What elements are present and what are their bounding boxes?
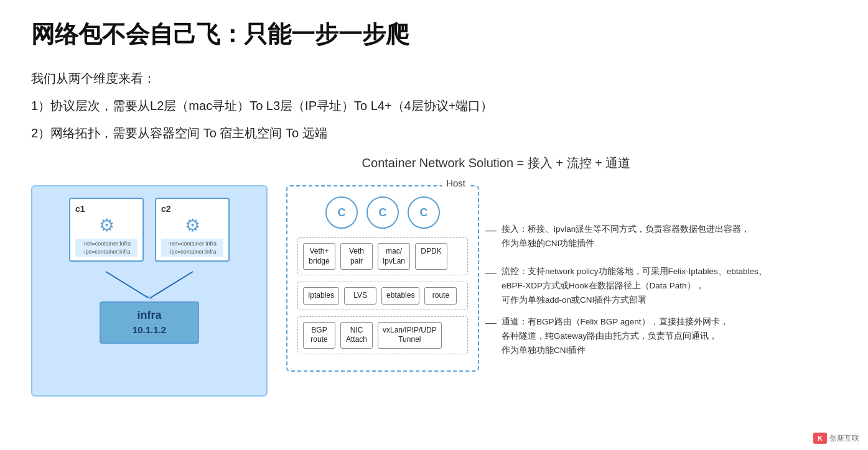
formula-text: Container Network Solution = 接入 + 流控 + 通… [156,155,837,172]
intro-text: 我们从两个维度来看： [31,68,837,89]
c-circle-1: C [325,196,358,229]
gear-icon-c2: ⚙ [185,215,200,236]
watermark: K 创新互联 [813,433,859,444]
spacer-2 [485,251,767,265]
cell-lvs: LVS [344,287,376,305]
description-block: 我们从两个维度来看： 1）协议层次，需要从L2层（mac寻址）To L3层（IP… [31,68,837,144]
c-circles: C C C [297,196,468,229]
cell-vxlan-tunnel: vxLan/IPIP/UDPTunnel [378,322,442,349]
c1-net-info: -net=container:infra-ipc=container:infra [75,239,138,257]
svg-line-0 [106,272,148,298]
arrow-icon-access: — [485,224,497,237]
arrow-icon-tunnel: — [485,316,497,329]
page-title: 网络包不会自己飞：只能一步一步爬 [31,19,837,50]
point2-text: 2）网络拓扑，需要从容器空间 To 宿主机空间 To 远端 [31,122,837,144]
layer-tunnel-row: BGProute NICAttach vxLan/IPIP/UDPTunnel [303,322,462,349]
infra-label: infra [107,309,192,322]
layer-flowcontrol: Iptables LVS ebtables route [297,282,468,310]
container-c2: c2 ⚙ -net=container:infra-ipc=container:… [155,198,230,262]
gear-icon-c1: ⚙ [99,215,114,236]
host-label: Host [442,178,469,188]
spacer-1 [485,185,767,223]
infra-box: infra 10.1.1.2 [100,301,199,344]
annotation-tunnel-text: 通道：有BGP路由（Felix BGP agent），直接挂接外网卡，各种隧道，… [502,315,729,358]
diagram-and-annotations: Host C C C Veth+bridge Vethpair mac/IpvL… [286,185,767,372]
pod-diagram: c1 ⚙ -net=container:infra-ipc=container:… [31,185,268,397]
cell-veth-bridge: Veth+bridge [303,243,335,270]
svg-line-2 [151,272,193,298]
annotation-access-text: 接入：桥接、ipvlan派生等不同方式，负责容器数据包进出容器，作为单独的CNI… [502,223,750,251]
container-row: c1 ⚙ -net=container:infra-ipc=container:… [44,198,255,262]
cell-route: route [424,287,457,305]
annotation-flowcontrol-text: 流控：支持network policy功能落地，可采用Felix-Iptable… [502,265,767,308]
c-circle-3: C [408,196,440,229]
cell-ebtables: ebtables [381,287,419,305]
annotation-flowcontrol: — 流控：支持network policy功能落地，可采用Felix-Iptab… [485,265,767,308]
c1-label: c1 [75,204,85,214]
spacer-3 [485,308,767,315]
layer-tunnel: BGProute NICAttach vxLan/IPIP/UDPTunnel [297,316,468,354]
point1-text: 1）协议层次，需要从L2层（mac寻址）To L3层（IP寻址）To L4+（4… [31,95,837,116]
arrow-svg [56,270,243,301]
main-content: c1 ⚙ -net=container:infra-ipc=container:… [31,185,837,397]
annotation-group: — 接入：桥接、ipvlan派生等不同方式，负责容器数据包进出容器，作为单独的C… [485,185,767,358]
cell-iptables: Iptables [303,287,339,305]
container-c1: c1 ⚙ -net=container:infra-ipc=container:… [69,198,144,262]
watermark-text: 创新互联 [829,433,859,444]
layer-access-row: Veth+bridge Vethpair mac/IpvLan DPDK [303,243,462,270]
cell-veth-pair: Vethpair [340,243,373,270]
c2-net-info: -net=container:infra-ipc=container:infra [161,239,223,257]
c-circle-2: C [366,196,399,229]
c2-label: c2 [161,204,171,214]
cell-nic-attach: NICAttach [340,322,373,349]
layer-flowcontrol-row: Iptables LVS ebtables route [303,287,462,305]
arrow-icon-flowcontrol: — [485,266,497,279]
annotation-access: — 接入：桥接、ipvlan派生等不同方式，负责容器数据包进出容器，作为单独的C… [485,223,767,251]
cell-dpdk: DPDK [415,243,447,270]
host-box: Host C C C Veth+bridge Vethpair mac/IpvL… [286,185,479,372]
cell-bgp-route: BGProute [303,322,335,349]
layer-access: Veth+bridge Vethpair mac/IpvLan DPDK [297,237,468,275]
annotation-tunnel: — 通道：有BGP路由（Felix BGP agent），直接挂接外网卡，各种隧… [485,315,767,358]
cell-mac-ipvlan: mac/IpvLan [378,243,410,270]
infra-ip: 10.1.1.2 [107,324,192,335]
watermark-badge: K [813,433,827,444]
